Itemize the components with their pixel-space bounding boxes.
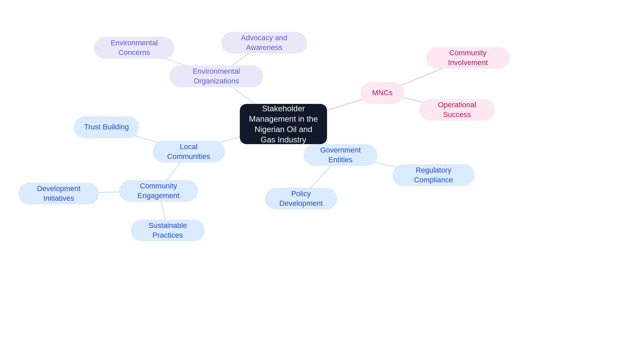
node-trust: Trust Building (74, 116, 139, 138)
node-local_comm: Local Communities (153, 141, 225, 163)
node-dev_init: Development Initiatives (18, 183, 99, 204)
node-op_success: Operational Success (419, 99, 495, 121)
node-policy_dev: Policy Development (265, 188, 337, 209)
node-comm_inv: Community Involvement (426, 47, 510, 69)
node-reg_comp: Regulatory Compliance (392, 164, 475, 186)
node-gov_entities: Government Entities (304, 144, 377, 166)
mind-map-canvas: Stakeholder Management in the Nigerian O… (0, 0, 644, 363)
node-env_concerns: Environmental Concerns (94, 37, 174, 59)
node-env_orgs: Environmental Organizations (169, 65, 263, 87)
node-advocacy: Advocacy and Awareness (221, 32, 307, 54)
node-sust_prac: Sustainable Practices (131, 220, 205, 241)
node-comm_engage: Community Engagement (119, 180, 198, 202)
node-center: Stakeholder Management in the Nigerian O… (240, 104, 327, 144)
node-mncs: MNCs (361, 82, 404, 104)
